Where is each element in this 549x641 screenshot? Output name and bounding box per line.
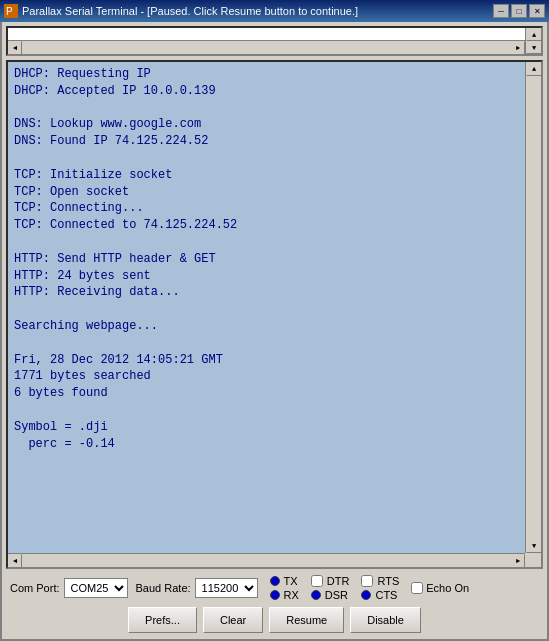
close-button[interactable]: ✕ — [529, 4, 545, 18]
rts-cts-indicators: RTS CTS — [361, 575, 399, 601]
dtr-checkbox[interactable] — [311, 575, 323, 587]
window-title: Parallax Serial Terminal - [Paused. Clic… — [22, 5, 358, 17]
dtr-dsr-indicators: DTR DSR — [311, 575, 350, 601]
app-icon: P — [4, 4, 18, 18]
terminal-container[interactable]: DHCP: Requesting IP DHCP: Accepted IP 10… — [6, 60, 543, 569]
echo-on-checkbox[interactable] — [411, 582, 423, 594]
terminal-vscroll-down[interactable]: ▼ — [526, 539, 542, 553]
cts-label: CTS — [375, 589, 397, 601]
rx-indicator-row: RX — [270, 589, 299, 601]
hscroll-right-arrow[interactable]: ► — [511, 41, 525, 55]
baud-rate-group: Baud Rate: 115200 9600 19200 38400 57600 — [136, 578, 258, 598]
baud-rate-select[interactable]: 115200 9600 19200 38400 57600 — [195, 578, 258, 598]
rx-label: RX — [284, 589, 299, 601]
dsr-indicator-row: DSR — [311, 589, 350, 601]
tx-led — [270, 576, 280, 586]
main-window: ◄ ► ▲ ▼ DHCP: Requesting IP DHCP: Accept… — [0, 22, 549, 641]
title-bar: P Parallax Serial Terminal - [Paused. Cl… — [0, 0, 549, 22]
rts-label: RTS — [377, 575, 399, 587]
terminal-vscroll-up[interactable]: ▲ — [526, 62, 542, 76]
resume-button[interactable]: Resume — [269, 607, 344, 633]
controls-row: Com Port: COM25 COM1 COM2 COM3 Baud Rate… — [6, 573, 543, 603]
com-port-select[interactable]: COM25 COM1 COM2 COM3 — [64, 578, 128, 598]
top-scroll-area[interactable]: ◄ ► ▲ ▼ — [6, 26, 543, 56]
dsr-led — [311, 590, 321, 600]
rts-indicator-row: RTS — [361, 575, 399, 587]
terminal-output: DHCP: Requesting IP DHCP: Accepted IP 10… — [8, 62, 525, 553]
terminal-hscroll-right[interactable]: ► — [511, 554, 525, 568]
terminal-vscrollbar[interactable]: ▲ ▼ — [525, 62, 541, 553]
dtr-indicator-row: DTR — [311, 575, 350, 587]
terminal-hscroll-left[interactable]: ◄ — [8, 554, 22, 568]
com-port-label: Com Port: — [10, 582, 60, 594]
tx-indicator-row: TX — [270, 575, 299, 587]
dtr-label: DTR — [327, 575, 350, 587]
terminal-hscrollbar[interactable]: ◄ ► — [8, 553, 525, 567]
prefs-button[interactable]: Prefs... — [128, 607, 197, 633]
cts-led — [361, 590, 371, 600]
maximize-button[interactable]: □ — [511, 4, 527, 18]
rx-led — [270, 590, 280, 600]
scroll-corner — [525, 553, 541, 567]
rts-checkbox[interactable] — [361, 575, 373, 587]
baud-rate-label: Baud Rate: — [136, 582, 191, 594]
dsr-label: DSR — [325, 589, 348, 601]
tx-label: TX — [284, 575, 298, 587]
svg-text:P: P — [6, 6, 13, 17]
vscroll-down-arrow[interactable]: ▼ — [526, 41, 542, 54]
com-port-group: Com Port: COM25 COM1 COM2 COM3 — [10, 578, 128, 598]
title-bar-buttons: ─ □ ✕ — [493, 4, 545, 18]
echo-on-group: Echo On — [411, 582, 469, 594]
cts-indicator-row: CTS — [361, 589, 399, 601]
buttons-row: Prefs... Clear Resume Disable — [6, 603, 543, 635]
minimize-button[interactable]: ─ — [493, 4, 509, 18]
top-horizontal-scrollbar[interactable]: ◄ ► — [8, 40, 525, 54]
vscroll-up-arrow[interactable]: ▲ — [526, 28, 542, 41]
led-indicators: TX RX — [270, 575, 299, 601]
hscroll-left-arrow[interactable]: ◄ — [8, 41, 22, 55]
top-vertical-scrollbar[interactable]: ▲ ▼ — [525, 28, 541, 54]
echo-on-label: Echo On — [426, 582, 469, 594]
clear-button[interactable]: Clear — [203, 607, 263, 633]
disable-button[interactable]: Disable — [350, 607, 421, 633]
